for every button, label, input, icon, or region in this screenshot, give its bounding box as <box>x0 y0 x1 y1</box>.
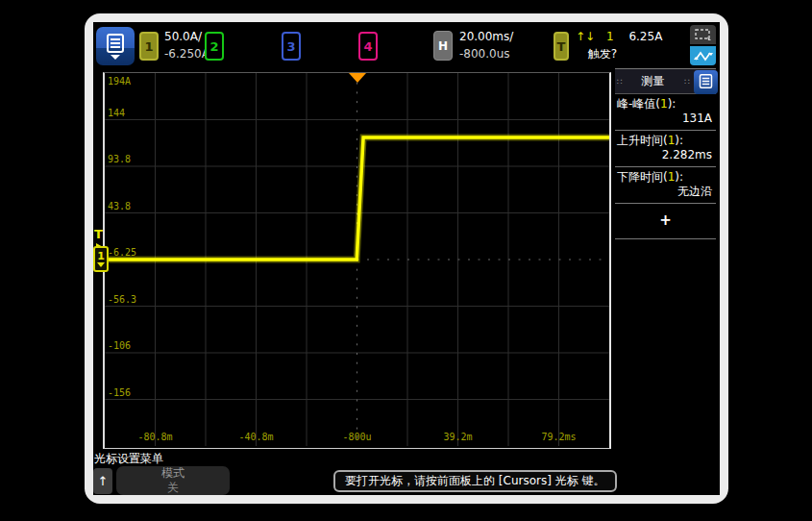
horizontal-readout: 20.00ms/ -800.0us <box>459 28 513 62</box>
measurement-panel-header[interactable]: ∷ 测量 ∷ <box>615 68 716 94</box>
y-axis-label: -106 <box>108 340 131 351</box>
measurement-panel: ∷ 测量 ∷ 峰-峰值(1):131A上升时间(1):2.282ms下降时间(1… <box>615 68 716 239</box>
waveform-drag-icon <box>694 47 713 65</box>
y-axis-label: 43.8 <box>108 201 131 211</box>
menu-icon <box>106 34 125 53</box>
measurement-menu-button[interactable] <box>694 70 718 94</box>
measurement-value: 无边沿 <box>617 185 714 199</box>
y-axis-label: -56.3 <box>108 294 136 305</box>
measurement-label: 峰-峰值(1): <box>617 97 714 112</box>
menu-back-button[interactable]: ↑ <box>93 468 112 494</box>
channel-2-button[interactable]: 2 <box>205 32 224 61</box>
y-axis-label: 144 <box>108 108 125 118</box>
channel-1-button[interactable]: 1 <box>139 32 159 61</box>
measurement-label: 上升时间(1): <box>617 134 714 148</box>
measurement-row[interactable]: 下降时间(1):无边沿 <box>615 167 716 204</box>
trigger-source: 1 <box>606 30 614 43</box>
measurement-value: 131A <box>617 112 714 126</box>
dashed-rectangle-icon <box>695 26 712 44</box>
softkey-label: 模式 <box>116 466 230 481</box>
measurement-row[interactable]: 上升时间(1):2.282ms <box>615 131 716 167</box>
menu-icon <box>699 74 713 91</box>
channel-4-button[interactable]: 4 <box>358 32 378 61</box>
up-arrow-icon: ↑ <box>98 474 109 488</box>
y-axis-label: 93.8 <box>108 154 131 164</box>
trigger-status: 触发? <box>576 45 629 62</box>
channel-1-label: 1 <box>144 39 153 54</box>
top-status-bar: 1 50.0A/ -6.250A 2 3 4 H 20.00ms/ -800.0… <box>93 22 720 70</box>
x-axis-label: -800u <box>332 432 382 442</box>
softkey-mode[interactable]: 模式 关 <box>116 466 230 495</box>
channel-3-button[interactable]: 3 <box>282 32 301 61</box>
waveform-svg <box>105 73 609 446</box>
x-axis-label: -40.8m <box>232 432 282 442</box>
softkey-menu-title: 光标设置菜单 <box>94 451 163 467</box>
add-measurement-button[interactable]: + <box>615 204 716 239</box>
trigger-slope-icon: ↑↓ <box>576 30 595 43</box>
x-axis-label: -80.8m <box>131 432 181 442</box>
scope-screen: 1 50.0A/ -6.250A 2 3 4 H 20.00ms/ -800.0… <box>93 22 720 495</box>
measurement-row[interactable]: 峰-峰值(1):131A <box>615 94 716 131</box>
measurement-label: 下降时间(1): <box>617 170 714 185</box>
trigger-label: T <box>557 39 566 54</box>
trigger-position-marker[interactable] <box>349 73 366 83</box>
drag-handle-icon[interactable]: ∷ <box>684 77 689 87</box>
channel-3-label: 3 <box>286 39 295 54</box>
trigger-level-letter: T <box>94 227 103 241</box>
horizontal-label: H <box>438 39 448 53</box>
chevron-down-icon <box>111 55 120 60</box>
y-axis-label: -6.25 <box>108 247 136 258</box>
y-axis-label: 194A <box>108 76 131 87</box>
x-axis-label: 79.2ms <box>534 432 584 442</box>
y-axis-label: -156 <box>108 387 131 398</box>
status-message: 要打开光标，请按前面板上的 [Cursors] 光标 键。 <box>333 470 617 492</box>
ground-arrow-icon <box>97 262 105 267</box>
ground-marker-label: 1 <box>97 252 105 261</box>
measurement-panel-title: 测量 <box>622 73 685 89</box>
horizontal-button[interactable]: H <box>433 31 453 61</box>
channel-2-label: 2 <box>209 39 218 54</box>
touch-drag-button[interactable] <box>690 46 716 65</box>
x-axis-label: 39.2m <box>433 432 483 442</box>
waveform-display[interactable]: 194A14493.843.8-6.25-56.3-106-156-80.8m-… <box>103 72 611 449</box>
measurement-value: 2.282ms <box>617 148 714 162</box>
corner-buttons <box>690 25 716 65</box>
trigger-level: 6.25A <box>628 30 662 43</box>
softkey-value: 关 <box>116 481 230 495</box>
channel-4-label: 4 <box>363 39 372 54</box>
channel-1-scale-readout: 50.0A/ -6.250A <box>164 28 209 62</box>
trigger-button[interactable]: T <box>554 32 569 61</box>
trigger-readout: ↑↓ 1 6.25A 触发? <box>576 28 662 62</box>
main-menu-button[interactable] <box>96 27 135 65</box>
channel-1-ground-marker[interactable]: 1 <box>93 246 109 272</box>
region-zoom-button[interactable] <box>690 25 716 44</box>
